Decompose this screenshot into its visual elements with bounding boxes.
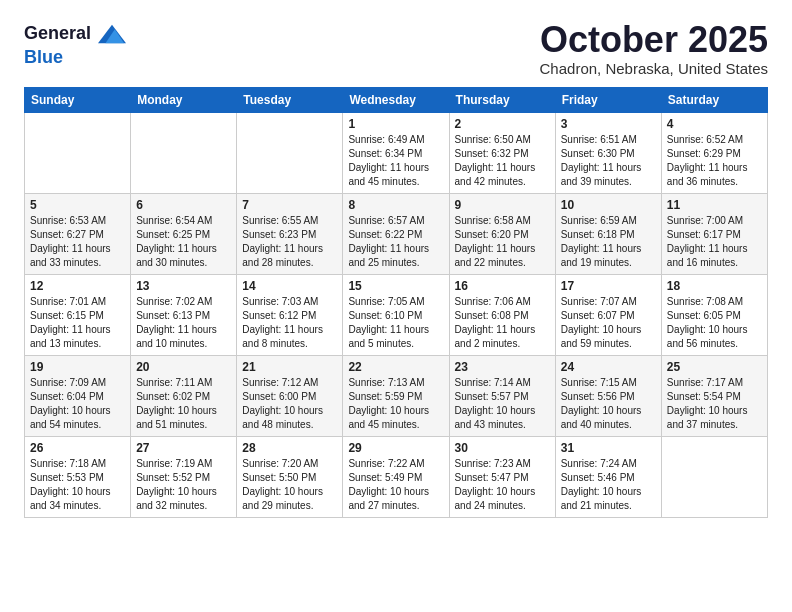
table-row: 16Sunrise: 7:06 AM Sunset: 6:08 PM Dayli… xyxy=(449,274,555,355)
day-number: 31 xyxy=(561,441,656,455)
day-info: Sunrise: 7:06 AM Sunset: 6:08 PM Dayligh… xyxy=(455,295,550,351)
day-info: Sunrise: 6:59 AM Sunset: 6:18 PM Dayligh… xyxy=(561,214,656,270)
day-number: 22 xyxy=(348,360,443,374)
day-info: Sunrise: 6:51 AM Sunset: 6:30 PM Dayligh… xyxy=(561,133,656,189)
day-number: 21 xyxy=(242,360,337,374)
day-info: Sunrise: 6:55 AM Sunset: 6:23 PM Dayligh… xyxy=(242,214,337,270)
table-row: 24Sunrise: 7:15 AM Sunset: 5:56 PM Dayli… xyxy=(555,355,661,436)
day-number: 30 xyxy=(455,441,550,455)
day-info: Sunrise: 7:13 AM Sunset: 5:59 PM Dayligh… xyxy=(348,376,443,432)
day-info: Sunrise: 7:14 AM Sunset: 5:57 PM Dayligh… xyxy=(455,376,550,432)
table-row: 6Sunrise: 6:54 AM Sunset: 6:25 PM Daylig… xyxy=(131,193,237,274)
table-row: 17Sunrise: 7:07 AM Sunset: 6:07 PM Dayli… xyxy=(555,274,661,355)
table-row xyxy=(237,112,343,193)
day-info: Sunrise: 7:08 AM Sunset: 6:05 PM Dayligh… xyxy=(667,295,762,351)
day-info: Sunrise: 7:17 AM Sunset: 5:54 PM Dayligh… xyxy=(667,376,762,432)
day-info: Sunrise: 7:24 AM Sunset: 5:46 PM Dayligh… xyxy=(561,457,656,513)
day-number: 13 xyxy=(136,279,231,293)
page-container: General Blue October 2025 Chadron, Nebra… xyxy=(0,0,792,528)
day-number: 9 xyxy=(455,198,550,212)
table-row: 25Sunrise: 7:17 AM Sunset: 5:54 PM Dayli… xyxy=(661,355,767,436)
table-row: 21Sunrise: 7:12 AM Sunset: 6:00 PM Dayli… xyxy=(237,355,343,436)
day-info: Sunrise: 6:50 AM Sunset: 6:32 PM Dayligh… xyxy=(455,133,550,189)
day-number: 29 xyxy=(348,441,443,455)
day-number: 20 xyxy=(136,360,231,374)
day-number: 4 xyxy=(667,117,762,131)
table-row: 9Sunrise: 6:58 AM Sunset: 6:20 PM Daylig… xyxy=(449,193,555,274)
table-row: 10Sunrise: 6:59 AM Sunset: 6:18 PM Dayli… xyxy=(555,193,661,274)
table-row: 4Sunrise: 6:52 AM Sunset: 6:29 PM Daylig… xyxy=(661,112,767,193)
table-row: 1Sunrise: 6:49 AM Sunset: 6:34 PM Daylig… xyxy=(343,112,449,193)
table-row: 15Sunrise: 7:05 AM Sunset: 6:10 PM Dayli… xyxy=(343,274,449,355)
table-row: 7Sunrise: 6:55 AM Sunset: 6:23 PM Daylig… xyxy=(237,193,343,274)
day-number: 6 xyxy=(136,198,231,212)
day-info: Sunrise: 6:53 AM Sunset: 6:27 PM Dayligh… xyxy=(30,214,125,270)
calendar-header-row: Sunday Monday Tuesday Wednesday Thursday… xyxy=(25,87,768,112)
day-info: Sunrise: 7:20 AM Sunset: 5:50 PM Dayligh… xyxy=(242,457,337,513)
day-info: Sunrise: 7:15 AM Sunset: 5:56 PM Dayligh… xyxy=(561,376,656,432)
day-number: 2 xyxy=(455,117,550,131)
day-info: Sunrise: 7:12 AM Sunset: 6:00 PM Dayligh… xyxy=(242,376,337,432)
day-info: Sunrise: 6:58 AM Sunset: 6:20 PM Dayligh… xyxy=(455,214,550,270)
col-thursday: Thursday xyxy=(449,87,555,112)
day-number: 3 xyxy=(561,117,656,131)
month-title: October 2025 xyxy=(540,20,768,60)
table-row: 12Sunrise: 7:01 AM Sunset: 6:15 PM Dayli… xyxy=(25,274,131,355)
table-row: 13Sunrise: 7:02 AM Sunset: 6:13 PM Dayli… xyxy=(131,274,237,355)
day-number: 27 xyxy=(136,441,231,455)
day-number: 23 xyxy=(455,360,550,374)
location-subtitle: Chadron, Nebraska, United States xyxy=(540,60,768,77)
day-info: Sunrise: 7:22 AM Sunset: 5:49 PM Dayligh… xyxy=(348,457,443,513)
col-friday: Friday xyxy=(555,87,661,112)
logo-general: General xyxy=(24,23,91,43)
day-number: 11 xyxy=(667,198,762,212)
table-row: 27Sunrise: 7:19 AM Sunset: 5:52 PM Dayli… xyxy=(131,436,237,517)
table-row: 31Sunrise: 7:24 AM Sunset: 5:46 PM Dayli… xyxy=(555,436,661,517)
calendar-week-row: 1Sunrise: 6:49 AM Sunset: 6:34 PM Daylig… xyxy=(25,112,768,193)
day-number: 14 xyxy=(242,279,337,293)
day-info: Sunrise: 7:03 AM Sunset: 6:12 PM Dayligh… xyxy=(242,295,337,351)
table-row: 5Sunrise: 6:53 AM Sunset: 6:27 PM Daylig… xyxy=(25,193,131,274)
day-info: Sunrise: 7:19 AM Sunset: 5:52 PM Dayligh… xyxy=(136,457,231,513)
day-info: Sunrise: 6:57 AM Sunset: 6:22 PM Dayligh… xyxy=(348,214,443,270)
day-info: Sunrise: 6:54 AM Sunset: 6:25 PM Dayligh… xyxy=(136,214,231,270)
logo-icon xyxy=(98,20,126,48)
day-number: 8 xyxy=(348,198,443,212)
col-tuesday: Tuesday xyxy=(237,87,343,112)
table-row xyxy=(25,112,131,193)
table-row: 22Sunrise: 7:13 AM Sunset: 5:59 PM Dayli… xyxy=(343,355,449,436)
col-monday: Monday xyxy=(131,87,237,112)
day-info: Sunrise: 7:01 AM Sunset: 6:15 PM Dayligh… xyxy=(30,295,125,351)
table-row: 11Sunrise: 7:00 AM Sunset: 6:17 PM Dayli… xyxy=(661,193,767,274)
table-row: 23Sunrise: 7:14 AM Sunset: 5:57 PM Dayli… xyxy=(449,355,555,436)
table-row: 30Sunrise: 7:23 AM Sunset: 5:47 PM Dayli… xyxy=(449,436,555,517)
page-header: General Blue October 2025 Chadron, Nebra… xyxy=(24,20,768,77)
logo: General Blue xyxy=(24,20,126,68)
day-info: Sunrise: 7:23 AM Sunset: 5:47 PM Dayligh… xyxy=(455,457,550,513)
table-row: 18Sunrise: 7:08 AM Sunset: 6:05 PM Dayli… xyxy=(661,274,767,355)
day-number: 26 xyxy=(30,441,125,455)
day-number: 19 xyxy=(30,360,125,374)
table-row: 3Sunrise: 6:51 AM Sunset: 6:30 PM Daylig… xyxy=(555,112,661,193)
day-info: Sunrise: 7:18 AM Sunset: 5:53 PM Dayligh… xyxy=(30,457,125,513)
calendar-week-row: 26Sunrise: 7:18 AM Sunset: 5:53 PM Dayli… xyxy=(25,436,768,517)
day-number: 18 xyxy=(667,279,762,293)
table-row: 14Sunrise: 7:03 AM Sunset: 6:12 PM Dayli… xyxy=(237,274,343,355)
day-info: Sunrise: 7:00 AM Sunset: 6:17 PM Dayligh… xyxy=(667,214,762,270)
table-row xyxy=(131,112,237,193)
day-number: 15 xyxy=(348,279,443,293)
day-info: Sunrise: 7:07 AM Sunset: 6:07 PM Dayligh… xyxy=(561,295,656,351)
table-row: 28Sunrise: 7:20 AM Sunset: 5:50 PM Dayli… xyxy=(237,436,343,517)
day-number: 24 xyxy=(561,360,656,374)
day-number: 28 xyxy=(242,441,337,455)
day-number: 1 xyxy=(348,117,443,131)
col-sunday: Sunday xyxy=(25,87,131,112)
day-info: Sunrise: 7:05 AM Sunset: 6:10 PM Dayligh… xyxy=(348,295,443,351)
col-wednesday: Wednesday xyxy=(343,87,449,112)
table-row: 26Sunrise: 7:18 AM Sunset: 5:53 PM Dayli… xyxy=(25,436,131,517)
calendar-week-row: 5Sunrise: 6:53 AM Sunset: 6:27 PM Daylig… xyxy=(25,193,768,274)
table-row: 19Sunrise: 7:09 AM Sunset: 6:04 PM Dayli… xyxy=(25,355,131,436)
table-row: 20Sunrise: 7:11 AM Sunset: 6:02 PM Dayli… xyxy=(131,355,237,436)
day-number: 7 xyxy=(242,198,337,212)
logo-blue: Blue xyxy=(24,47,63,67)
